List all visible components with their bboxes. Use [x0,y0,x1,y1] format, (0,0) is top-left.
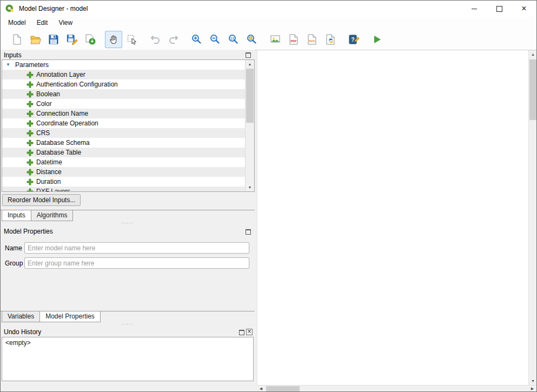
toolbar-redo-button[interactable] [165,31,182,48]
tree-item-label: Datetime [36,157,62,167]
undo-history-close-button[interactable]: × [246,328,253,335]
svg-text:SVG: SVG [309,39,315,42]
edit-help-icon: ? [348,34,360,45]
toolbar-zoom-full-button[interactable] [243,31,261,48]
toolbar-new-model-button[interactable] [8,31,25,48]
tree-item-label: Distance [36,167,62,177]
add-parameter-icon [26,159,34,166]
menu-edit[interactable]: Edit [31,17,54,28]
tree-item-dxf-layers[interactable]: DXF Layers [2,187,246,191]
model-group-input[interactable] [24,257,249,269]
model-properties-float-button[interactable] [244,228,252,235]
tab-model-properties[interactable]: Model Properties [39,311,101,322]
tree-group-parameters[interactable]: ▼ Parameters [2,60,246,70]
reorder-model-inputs-button[interactable]: Reorder Model Inputs... [2,194,81,206]
toolbar-select-items-button[interactable] [123,31,141,48]
toolbar-export-svg-button[interactable]: SVG [303,31,321,48]
svg-text:PDF: PDF [291,39,297,42]
canvas-vertical-scrollbar[interactable]: ▲ ▼ [528,50,537,385]
add-parameter-icon [26,81,34,88]
toolbar-export-python-button[interactable] [322,31,339,48]
menu-model[interactable]: Model [3,17,31,28]
minimize-button[interactable] [462,1,487,17]
tree-item-coordinate-operation[interactable]: Coordinate Operation [2,118,246,128]
tab-inputs[interactable]: Inputs [2,210,31,221]
tree-item-database-schema[interactable]: Database Schema [2,138,246,148]
add-parameter-icon [26,139,34,147]
tree-item-connection-name[interactable]: Connection Name [2,109,246,118]
tree-item-database-table[interactable]: Database Table [2,148,246,157]
tab-variables[interactable]: Variables [2,311,40,322]
add-parameter-icon [26,110,34,117]
tree-item-distance[interactable]: Distance [2,167,246,177]
undo-history-empty-entry[interactable]: <empty> [2,337,253,348]
tree-item-color[interactable]: Color [2,99,246,109]
canvas-horizontal-scrollbar[interactable]: ◀ ▶ [257,385,536,392]
svg-text:?: ? [351,37,354,43]
collapse-arrow-icon[interactable]: ▼ [6,60,11,70]
maximize-button[interactable] [487,1,512,17]
save-in-project-icon [84,34,96,45]
vscroll-thumb[interactable] [529,59,536,120]
toolbar-open-model-button[interactable] [26,31,44,48]
tree-item-label: Annotation Layer [36,70,85,79]
scroll-up-button[interactable]: ▲ [246,60,254,68]
add-parameter-icon [26,91,34,98]
scrollbar-thumb[interactable] [246,69,254,123]
toolbar-zoom-out-button[interactable] [207,31,224,48]
tree-item-label: DXF Layers [36,187,70,191]
hscroll-thumb[interactable] [266,386,300,391]
export-svg-icon: SVG [306,34,318,45]
toolbar-zoom-in-button[interactable] [188,31,205,48]
undo-history-float-button[interactable] [238,329,246,336]
toolbar-pan-button[interactable] [105,31,122,48]
tree-item-label: Database Schema [36,138,90,148]
titlebar: Model Designer - model × [1,1,536,17]
toolbar-save-model-button[interactable] [45,31,62,48]
add-parameter-icon [26,71,34,78]
minimize-icon [472,9,477,9]
tab-algorithms[interactable]: Algorithms [31,210,74,221]
toolbar-run-model-button[interactable] [368,31,386,48]
pan-hand-icon [108,34,120,45]
model-name-input[interactable] [24,242,249,254]
tree-group-label: Parameters [15,60,49,70]
close-panel-icon: × [246,329,253,335]
splitter-handle[interactable]: ····· [1,323,255,326]
model-canvas[interactable] [257,50,529,385]
splitter-handle[interactable]: ····· [1,222,255,225]
inputs-parameter-tree: ▼ Parameters Annotation LayerAuthenticat… [2,59,255,192]
save-floppy-icon [48,34,59,45]
toolbar-undo-button[interactable] [147,31,164,48]
tree-item-boolean[interactable]: Boolean [2,89,246,99]
scroll-up-button[interactable]: ▲ [529,50,537,58]
inputs-panel-title: Inputs [4,51,22,59]
add-parameter-icon [26,169,34,176]
close-button[interactable]: × [512,1,536,17]
tree-item-annotation-layer[interactable]: Annotation Layer [2,70,246,79]
name-label: Name [5,244,22,252]
export-python-icon [324,34,336,45]
scroll-down-button[interactable]: ▼ [246,183,254,191]
tree-item-label: Duration [36,177,61,187]
scroll-right-button[interactable]: ▶ [528,386,536,392]
export-pdf-icon: PDF [288,34,300,45]
inputs-panel-float-button[interactable] [244,51,252,58]
redo-arrow-icon [168,34,180,45]
inputs-tree-scrollbar[interactable]: ▲ ▼ [245,60,254,191]
tree-item-datetime[interactable]: Datetime [2,157,246,167]
float-panel-icon [246,52,251,58]
toolbar-export-pdf-button[interactable]: PDF [285,31,302,48]
scroll-left-button[interactable]: ◀ [257,386,265,392]
scroll-down-button[interactable]: ▼ [529,377,537,385]
toolbar-edit-help-button[interactable]: ? [345,31,362,48]
tree-item-crs[interactable]: CRS [2,128,246,138]
toolbar-save-model-as-button[interactable] [63,31,81,48]
toolbar-save-model-in-project-button[interactable] [82,31,99,48]
tree-item-duration[interactable]: Duration [2,177,246,187]
float-panel-icon [239,330,244,335]
tree-item-authentication-configuration[interactable]: Authentication Configuration [2,79,246,89]
menu-view[interactable]: View [53,17,78,28]
toolbar-export-image-button[interactable] [267,31,284,48]
toolbar-zoom-actual-button[interactable]: 1:1 [225,31,242,48]
